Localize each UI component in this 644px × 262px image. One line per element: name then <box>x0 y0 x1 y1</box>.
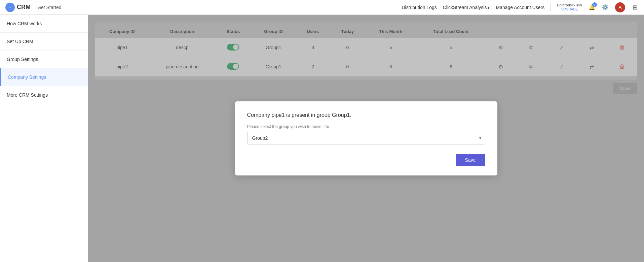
sidebar-item-how-crm-works[interactable]: How CRM works <box>0 15 88 33</box>
manage-account-users-link[interactable]: Manage Account Users <box>496 5 544 10</box>
main-content: Company ID Description Status Group ID U… <box>88 15 644 262</box>
sidebar-item-group-settings[interactable]: Group Settings <box>0 51 88 68</box>
modal-select-label: Please select the group you wish to move… <box>247 124 485 129</box>
modal-save-button[interactable]: Save <box>456 154 485 166</box>
enterprise-trial-label: Enterprise-Trial <box>557 3 582 7</box>
enterprise-badge: Enterprise-Trial UPGRADE <box>557 3 582 11</box>
clickstream-analysis-link[interactable]: ClickStream Analysis <box>443 5 490 10</box>
notifications-icon[interactable]: 🔔 0 <box>588 4 596 11</box>
layout: How CRM works Set Up CRM Group Settings … <box>0 15 644 262</box>
avatar[interactable]: A <box>615 2 625 12</box>
group-select[interactable]: Group1 Group2 Group3 <box>247 132 485 144</box>
modal-title: Company pipe1 is present in group Group1… <box>247 112 485 118</box>
sidebar-item-company-settings[interactable]: Company Settings <box>0 68 88 86</box>
settings-icon[interactable]: ⚙️ <box>602 4 609 11</box>
modal-select-container: Group1 Group2 Group3 ▾ <box>247 132 485 144</box>
grid-icon[interactable]: ⊞ <box>631 4 639 11</box>
logo[interactable]: ~ CRM <box>5 3 31 12</box>
move-group-modal: Company pipe1 is present in group Group1… <box>235 101 497 175</box>
notif-badge: 0 <box>592 2 597 7</box>
topnav-right: Distribution Logs ClickStream Analysis M… <box>402 2 639 12</box>
sidebar-item-set-up-crm[interactable]: Set Up CRM <box>0 33 88 51</box>
sidebar: How CRM works Set Up CRM Group Settings … <box>0 15 88 262</box>
distribution-logs-link[interactable]: Distribution Logs <box>402 5 437 10</box>
modal-overlay: Company pipe1 is present in group Group1… <box>88 15 644 262</box>
upgrade-label[interactable]: UPGRADE <box>557 7 582 11</box>
sidebar-item-more-crm-settings[interactable]: More CRM Settings <box>0 86 88 104</box>
logo-icon: ~ <box>5 3 15 12</box>
nav-divider <box>551 3 551 11</box>
logo-text: CRM <box>17 4 31 11</box>
topnav: ~ CRM Get Started Distribution Logs Clic… <box>0 0 644 15</box>
modal-footer: Save <box>247 154 485 166</box>
get-started-link[interactable]: Get Started <box>37 5 62 10</box>
